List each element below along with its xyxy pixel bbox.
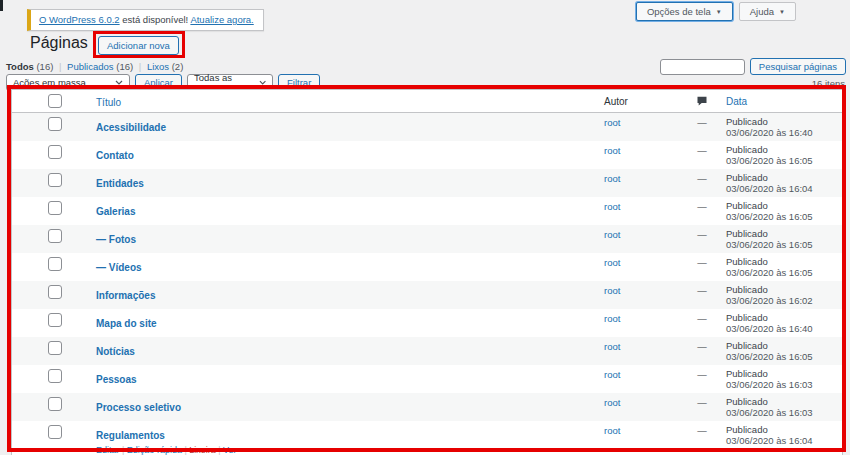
search-pages-button[interactable]: Pesquisar páginas [750, 58, 846, 75]
author-link[interactable]: root [604, 145, 620, 156]
page-title-link[interactable]: Contato [96, 150, 134, 161]
row-date-cell: Publicado03/06/2020 às 16:05 [723, 253, 833, 281]
table-row: RegulamentosEditar | Edição rápida | Lix… [12, 421, 842, 455]
row-check-cell [12, 197, 84, 225]
add-new-page-button[interactable]: Adicionar nova [98, 36, 179, 55]
update-now-link[interactable]: Atualize agora. [190, 14, 253, 25]
author-link[interactable]: root [604, 313, 620, 324]
row-checkbox[interactable] [48, 341, 62, 355]
author-link[interactable]: root [604, 201, 620, 212]
table-row: Pessoasroot—Publicado03/06/2020 às 16:03 [12, 365, 842, 393]
row-check-cell [12, 281, 84, 309]
row-author-cell: root [596, 337, 681, 365]
publish-status: Publicado [726, 116, 833, 127]
screen-options-button[interactable]: Opções de tela ▼ [636, 2, 733, 21]
row-checkbox[interactable] [48, 229, 62, 243]
author-link[interactable]: root [604, 117, 620, 128]
select-all-checkbox[interactable] [48, 94, 62, 108]
row-checkbox[interactable] [48, 285, 62, 299]
row-checkbox[interactable] [48, 201, 62, 215]
publish-status: Publicado [726, 144, 833, 155]
row-checkbox[interactable] [48, 173, 62, 187]
sort-by-date-link[interactable]: Data [726, 96, 747, 107]
no-comments-dash: — [697, 369, 707, 380]
item-count: 16 itens [812, 78, 845, 89]
row-comments-cell: — [681, 197, 723, 225]
row-title-cell: RegulamentosEditar | Edição rápida | Lix… [84, 421, 596, 455]
page-title-link[interactable]: Regulamentos [96, 430, 165, 441]
page-title-link[interactable]: Galerias [96, 206, 135, 217]
views-list: Todos (16) | Publicados (16) | Lixos (2) [6, 61, 183, 72]
no-comments-dash: — [697, 285, 707, 296]
page-title-link[interactable]: — Vídeos [96, 262, 142, 273]
row-check-cell [12, 309, 84, 337]
page-title-link[interactable]: Pessoas [96, 374, 137, 385]
header-title-cell: Título [84, 92, 596, 110]
search-pages-input[interactable] [660, 59, 745, 75]
edit-link[interactable]: Editar [96, 445, 120, 455]
author-link[interactable]: root [604, 173, 620, 184]
row-checkbox[interactable] [48, 397, 62, 411]
author-link[interactable]: root [604, 229, 620, 240]
row-check-cell [12, 141, 84, 169]
row-comments-cell: — [681, 281, 723, 309]
author-link[interactable]: root [604, 425, 620, 436]
row-checkbox[interactable] [48, 369, 62, 383]
screen-options-label: Opções de tela [647, 6, 711, 17]
row-date-cell: Publicado03/06/2020 às 16:03 [723, 365, 833, 393]
table-row: Acessibilidaderoot—Publicado03/06/2020 à… [12, 113, 842, 141]
author-link[interactable]: root [604, 397, 620, 408]
row-date-cell: Publicado03/06/2020 às 16:40 [723, 309, 833, 337]
publish-date: 03/06/2020 às 16:04 [726, 435, 813, 446]
row-checkbox[interactable] [48, 257, 62, 271]
row-checkbox[interactable] [48, 145, 62, 159]
page-title-link[interactable]: Mapa do site [96, 318, 157, 329]
row-checkbox[interactable] [48, 313, 62, 327]
row-title-cell: Informações [84, 281, 596, 309]
wordpress-pages-screen: O WordPress 6.0.2 está disponível! Atual… [0, 0, 850, 455]
row-checkbox[interactable] [48, 117, 62, 131]
author-link[interactable]: root [604, 369, 620, 380]
row-check-cell [12, 393, 84, 421]
page-title-link[interactable]: Processo seletivo [96, 402, 181, 413]
view-filter-publicados[interactable]: Publicados (16) [67, 61, 133, 72]
view-link[interactable]: Ver [223, 445, 237, 455]
trash-link[interactable]: Lixeira [189, 445, 216, 455]
page-title-link[interactable]: Entidades [96, 178, 144, 189]
sort-by-title-link[interactable]: Título [96, 97, 121, 108]
no-comments-dash: — [697, 425, 707, 436]
wordpress-version-link[interactable]: O WordPress 6.0.2 [39, 14, 120, 25]
author-link[interactable]: root [604, 257, 620, 268]
page-title-link[interactable]: — Fotos [96, 234, 136, 245]
page-title-link[interactable]: Informações [96, 290, 155, 301]
row-check-cell [12, 253, 84, 281]
publish-date: 03/06/2020 às 16:05 [726, 211, 813, 222]
row-check-cell [12, 421, 84, 455]
row-date-cell: Publicado03/06/2020 às 16:05 [723, 225, 833, 253]
row-author-cell: root [596, 169, 681, 197]
author-link[interactable]: root [604, 285, 620, 296]
view-filter-lixos[interactable]: Lixos (2) [147, 61, 183, 72]
help-button[interactable]: Ajuda ▼ [739, 2, 796, 21]
row-author-cell: root [596, 225, 681, 253]
publish-date: 03/06/2020 às 16:40 [726, 127, 813, 138]
comment-bubble-icon [696, 95, 708, 107]
publish-status: Publicado [726, 340, 833, 351]
row-author-cell: root [596, 421, 681, 455]
row-author-cell: root [596, 309, 681, 337]
row-author-cell: root [596, 365, 681, 393]
page-title-link[interactable]: Notícias [96, 346, 135, 357]
publish-date: 03/06/2020 às 16:05 [726, 155, 813, 166]
view-filter-count: (16) [36, 61, 53, 72]
no-comments-dash: — [697, 257, 707, 268]
row-comments-cell: — [681, 113, 723, 141]
publish-date: 03/06/2020 às 16:04 [726, 183, 813, 194]
author-link[interactable]: root [604, 341, 620, 352]
quick-edit-link[interactable]: Edição rápida [127, 445, 182, 455]
page-title-link[interactable]: Acessibilidade [96, 122, 166, 133]
row-comments-cell: — [681, 337, 723, 365]
view-filter-todos[interactable]: Todos (16) [6, 61, 53, 72]
row-checkbox[interactable] [48, 425, 62, 439]
table-row: Entidadesroot—Publicado03/06/2020 às 16:… [12, 169, 842, 197]
publish-status: Publicado [726, 396, 833, 407]
